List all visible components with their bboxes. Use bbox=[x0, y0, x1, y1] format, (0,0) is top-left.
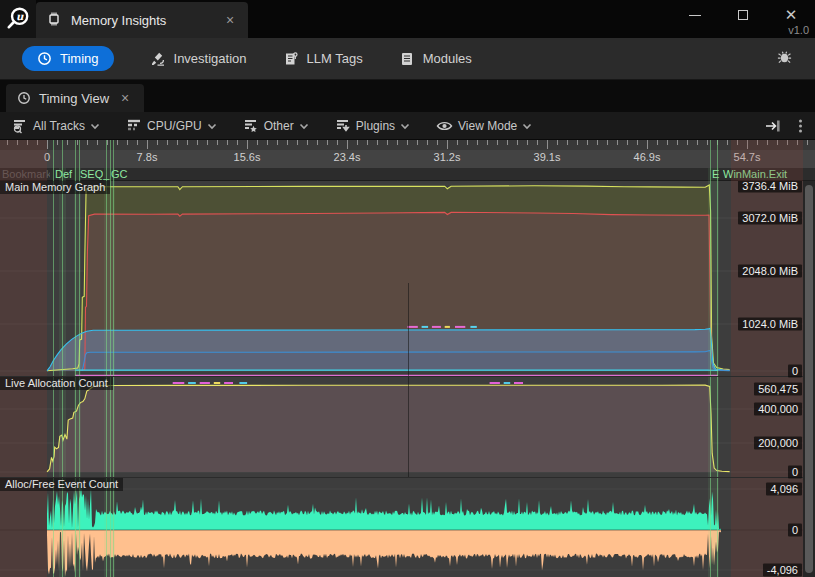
ruler-tick bbox=[317, 140, 318, 145]
ruler-tick bbox=[177, 140, 178, 145]
ruler-time-label: 0 bbox=[44, 151, 50, 163]
plugins-tracks-icon bbox=[335, 118, 351, 134]
app-tab-memory-insights[interactable]: Memory Insights × bbox=[36, 2, 248, 38]
ruler-tick bbox=[97, 140, 98, 145]
ruler-time-label: 46.9s bbox=[634, 151, 661, 163]
ruler-tick bbox=[307, 140, 308, 145]
tab-timing-view[interactable]: Timing View × bbox=[6, 84, 144, 112]
track-title-main-memory-graph: Main Memory Graph bbox=[0, 181, 110, 194]
ruler-tick bbox=[777, 140, 778, 145]
clock-icon bbox=[37, 51, 52, 66]
version-label: v1.0 bbox=[788, 24, 809, 36]
ruler-tick bbox=[517, 140, 518, 145]
tab-timing-view-close-icon[interactable]: × bbox=[117, 91, 133, 105]
debug-bug-icon[interactable] bbox=[776, 49, 793, 69]
ruler-tick bbox=[757, 140, 758, 145]
axis-value-label: 2048.0 MiB bbox=[738, 265, 802, 278]
axis-value-label: 200,000 bbox=[754, 437, 802, 450]
ruler-time-label: 31.2s bbox=[434, 151, 461, 163]
kebab-menu-icon[interactable] bbox=[798, 118, 803, 134]
track-filter-bar: All Tracks CPU/GPU Other P bbox=[0, 112, 815, 140]
ruler-tick bbox=[377, 140, 378, 145]
ruler-tick bbox=[187, 140, 188, 145]
graph-tracks-area[interactable]: Main Memory Graph Live Allocation Count … bbox=[0, 181, 815, 577]
axis-value-label: 4,096 bbox=[766, 483, 802, 496]
tab-timing-label: Timing bbox=[60, 51, 99, 66]
clock-icon bbox=[17, 91, 31, 105]
ruler-tick bbox=[497, 140, 498, 145]
timing-marker-label[interactable]: Def bbox=[55, 168, 72, 181]
ruler-tick bbox=[57, 140, 58, 145]
tab-llm-tags-label: LLM Tags bbox=[307, 51, 363, 66]
ruler-tick bbox=[727, 140, 728, 145]
timing-marker-label[interactable]: GC bbox=[111, 168, 128, 181]
ruler-time-label: 54.7s bbox=[734, 151, 761, 163]
ruler-tick bbox=[587, 140, 588, 145]
ruler-tick bbox=[417, 140, 418, 145]
ruler-tick bbox=[767, 140, 768, 145]
cpu-gpu-tracks-icon bbox=[126, 118, 142, 134]
ruler-tick bbox=[257, 140, 258, 145]
alloc-free-event-count-chart[interactable] bbox=[0, 478, 803, 577]
tab-modules[interactable]: Modules bbox=[399, 51, 472, 67]
ruler-tick bbox=[477, 140, 478, 145]
ruler-tick bbox=[537, 140, 538, 145]
ruler-tick bbox=[207, 140, 208, 145]
track-title-live-allocation-count: Live Allocation Count bbox=[0, 377, 113, 390]
vertical-scrollbar-thumb[interactable] bbox=[805, 185, 813, 573]
axis-value-label: 0 bbox=[788, 365, 802, 378]
maximize-icon bbox=[738, 10, 748, 20]
tags-book-icon bbox=[283, 51, 299, 67]
track-separator bbox=[0, 376, 803, 377]
tab-investigation[interactable]: Investigation bbox=[150, 51, 247, 67]
close-icon: ✕ bbox=[785, 6, 798, 24]
ruler-tick bbox=[557, 140, 558, 145]
ruler-tick bbox=[647, 140, 648, 149]
axis-value-label: 3736.4 MiB bbox=[738, 181, 802, 193]
ruler-tick bbox=[577, 140, 578, 145]
ruler-tick bbox=[117, 140, 118, 145]
tab-investigation-label: Investigation bbox=[174, 51, 247, 66]
filter-plugins[interactable]: Plugins bbox=[335, 118, 410, 134]
ruler-tick bbox=[337, 140, 338, 145]
tab-timing[interactable]: Timing bbox=[22, 46, 114, 71]
ruler-tick bbox=[137, 140, 138, 145]
maximize-button[interactable] bbox=[723, 0, 763, 30]
main-memory-graph-chart[interactable] bbox=[0, 181, 803, 377]
title-bar: u Memory Insights × ✕ v1.0 bbox=[0, 0, 815, 38]
tab-llm-tags[interactable]: LLM Tags bbox=[283, 51, 363, 67]
document-tab-row: Timing View × bbox=[0, 80, 815, 112]
ruler-tick bbox=[607, 140, 608, 145]
ruler-tick bbox=[797, 140, 798, 145]
vertical-scrollbar[interactable] bbox=[803, 181, 815, 577]
tracks-filter-icon bbox=[12, 118, 28, 134]
ruler-tick bbox=[277, 140, 278, 145]
ruler-tick bbox=[367, 140, 368, 145]
filter-all-tracks[interactable]: All Tracks bbox=[12, 118, 100, 134]
ruler-tick bbox=[787, 140, 788, 145]
tab-timing-view-label: Timing View bbox=[39, 91, 109, 106]
axis-value-label: -4,096 bbox=[763, 564, 802, 577]
minimize-button[interactable] bbox=[675, 0, 715, 30]
timing-marker-label[interactable]: WinMain.Exit bbox=[723, 168, 787, 181]
ruler-tick bbox=[487, 140, 488, 145]
ruler-tick bbox=[37, 140, 38, 145]
ruler-tick bbox=[747, 140, 748, 149]
live-allocation-count-chart[interactable] bbox=[0, 377, 803, 478]
ruler-tick bbox=[287, 140, 288, 145]
timing-marker-label[interactable]: SEQ_ bbox=[80, 168, 109, 181]
time-ruler[interactable]: 07.8s15.6s23.4s31.2s39.1s46.9s54.7s bbox=[0, 140, 815, 168]
ruler-tick bbox=[127, 140, 128, 145]
filter-view-mode[interactable]: View Mode bbox=[436, 119, 532, 133]
memory-insights-window: u Memory Insights × ✕ v1.0 Timing bbox=[0, 0, 815, 577]
ruler-tick bbox=[467, 140, 468, 145]
axis-value-label: 0 bbox=[788, 466, 802, 479]
jump-to-end-icon[interactable] bbox=[764, 118, 782, 134]
filter-other[interactable]: Other bbox=[243, 118, 309, 134]
filter-all-tracks-label: All Tracks bbox=[33, 119, 85, 133]
timing-marker-label[interactable]: E bbox=[712, 168, 719, 181]
ruler-time-label: 7.8s bbox=[137, 151, 158, 163]
filter-cpu-gpu[interactable]: CPU/GPU bbox=[126, 118, 217, 134]
app-tab-close-icon[interactable]: × bbox=[222, 13, 238, 27]
time-markers-row[interactable]: Bookmarks DefSEQ_GCEWinMain.Exit bbox=[0, 168, 815, 181]
